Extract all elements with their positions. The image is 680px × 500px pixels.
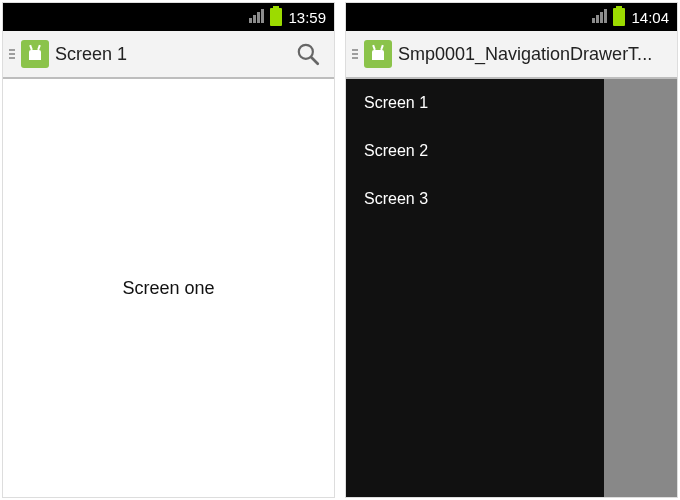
hamburger-icon bbox=[352, 49, 358, 59]
drawer-item-screen-1[interactable]: Screen 1 bbox=[346, 79, 604, 127]
svg-line-1 bbox=[311, 57, 318, 64]
drawer-item-screen-2[interactable]: Screen 2 bbox=[346, 127, 604, 175]
action-bar: Smp0001_NavigationDrawerT... bbox=[346, 31, 677, 79]
hamburger-icon bbox=[9, 49, 15, 59]
signal-icon bbox=[592, 9, 607, 25]
search-button[interactable] bbox=[288, 34, 328, 74]
battery-icon bbox=[613, 8, 625, 26]
navigation-drawer: Screen 1 Screen 2 Screen 3 bbox=[346, 79, 604, 497]
action-bar-title: Screen 1 bbox=[55, 44, 288, 65]
status-bar: 13:59 bbox=[3, 3, 334, 31]
status-time: 14:04 bbox=[631, 9, 669, 26]
search-icon bbox=[295, 41, 321, 67]
drawer-item-screen-3[interactable]: Screen 3 bbox=[346, 175, 604, 223]
drawer-item-label: Screen 2 bbox=[364, 142, 428, 160]
status-bar: 14:04 bbox=[346, 3, 677, 31]
action-bar-title: Smp0001_NavigationDrawerT... bbox=[398, 44, 671, 65]
status-time: 13:59 bbox=[288, 9, 326, 26]
android-app-icon bbox=[364, 40, 392, 68]
device-left: 13:59 Screen 1 Screen one bbox=[2, 2, 335, 498]
drawer-item-label: Screen 3 bbox=[364, 190, 428, 208]
drawer-item-label: Screen 1 bbox=[364, 94, 428, 112]
battery-icon bbox=[270, 8, 282, 26]
drawer-toggle[interactable] bbox=[352, 40, 392, 68]
drawer-toggle[interactable] bbox=[9, 40, 49, 68]
action-bar: Screen 1 bbox=[3, 31, 334, 79]
content-text: Screen one bbox=[122, 278, 214, 299]
android-app-icon bbox=[21, 40, 49, 68]
signal-icon bbox=[249, 9, 264, 25]
main-content: Screen one bbox=[3, 79, 334, 497]
drawer-layout: Screen 1 Screen 2 Screen 3 bbox=[346, 79, 677, 497]
device-right: 14:04 Smp0001_NavigationDrawerT... Scree… bbox=[345, 2, 678, 498]
